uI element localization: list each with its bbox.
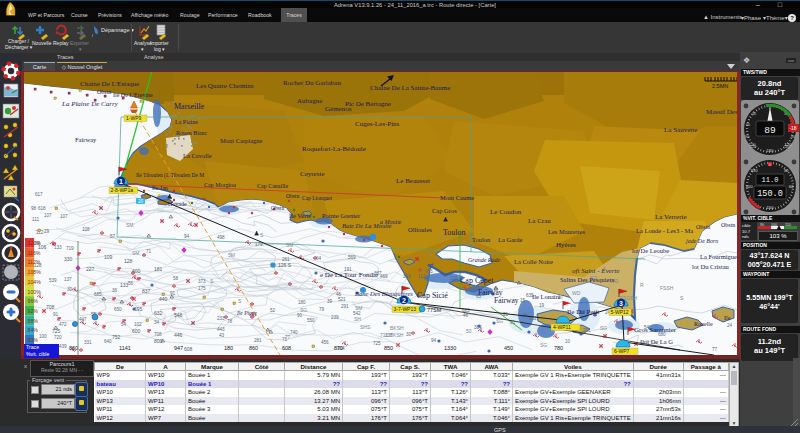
svg-text:jade De Born: jade De Born: [685, 238, 718, 244]
svg-text:108: 108: [82, 227, 90, 232]
svg-text:78: 78: [227, 319, 233, 324]
svg-text:19: 19: [539, 303, 545, 308]
svg-text:281: 281: [254, 338, 262, 343]
svg-text:850: 850: [384, 345, 393, 351]
svg-text:56: 56: [128, 281, 134, 286]
svg-text:2: 2: [402, 297, 406, 304]
svg-text:BKSH: BKSH: [390, 325, 404, 331]
svg-text:50: 50: [466, 328, 472, 334]
svg-text:Cap Canaille: Cap Canaille: [257, 183, 288, 189]
svg-text:Les Quatre Chemins: Les Quatre Chemins: [196, 82, 254, 90]
svg-text:36: 36: [112, 288, 118, 293]
svg-text:Ile Pigne: Ile Pigne: [236, 310, 258, 316]
svg-text:6-WP7: 6-WP7: [614, 348, 630, 354]
svg-text:708: 708: [154, 332, 162, 337]
svg-text:Cap Lionquet: Cap Lionquet: [302, 195, 333, 201]
svg-text:Cap Morgiou: Cap Morgiou: [204, 182, 236, 188]
svg-text:R: R: [640, 282, 644, 288]
svg-text:108%: 108%: [28, 269, 42, 275]
svg-text:1141: 1141: [119, 345, 131, 351]
svg-text:Toulon: Toulon: [443, 228, 466, 237]
svg-text:740: 740: [290, 330, 298, 335]
svg-text:150.0: 150.0: [757, 189, 783, 199]
svg-text:92%: 92%: [28, 308, 39, 314]
svg-text:Les Maurettes: Les Maurettes: [548, 228, 585, 235]
svg-text:133: 133: [120, 282, 129, 288]
svg-text:84%: 84%: [28, 327, 39, 333]
svg-text:720: 720: [54, 335, 62, 340]
svg-text:330: 330: [64, 256, 73, 262]
svg-text:60: 60: [746, 123, 750, 127]
svg-text:181: 181: [154, 266, 163, 272]
svg-text:608: 608: [184, 346, 193, 352]
svg-text:685: 685: [94, 292, 102, 297]
svg-text:90: 90: [297, 313, 303, 318]
svg-text:399: 399: [403, 274, 411, 279]
svg-text:Le Coudon: Le Coudon: [490, 208, 522, 216]
svg-text:600: 600: [132, 328, 141, 334]
svg-text:127: 127: [450, 276, 458, 281]
svg-text:Grande Rade: Grande Rade: [468, 257, 500, 263]
svg-text:SHS: SHS: [360, 324, 371, 330]
svg-text:Ile: Ile: [724, 315, 731, 321]
svg-text:498: 498: [217, 235, 225, 240]
svg-text:800: 800: [154, 338, 163, 344]
svg-text:Ile Lonaire: Ile Lonaire: [532, 293, 561, 300]
svg-text:860: 860: [249, 345, 258, 351]
svg-text:La Cavolle: La Cavolle: [183, 152, 212, 159]
svg-text:Obstn: Obstn: [721, 222, 735, 228]
svg-text:Obstn: Obstn: [696, 224, 710, 230]
svg-text:1-WP9: 1-WP9: [126, 115, 142, 121]
svg-text:291: 291: [341, 304, 349, 309]
svg-text:24: 24: [727, 323, 733, 328]
svg-text:725: 725: [52, 328, 61, 334]
svg-text:Ile Verte: Ile Verte: [289, 212, 311, 219]
svg-text:FSSH: FSSH: [660, 285, 674, 291]
svg-text:Ile Du Petit: Ile Du Petit: [567, 308, 599, 316]
svg-text:112: 112: [418, 274, 426, 279]
svg-text:90: 90: [791, 135, 795, 139]
svg-text:77: 77: [712, 347, 718, 352]
svg-text:456: 456: [321, 340, 329, 345]
svg-text:Aubagne: Aubagne: [297, 97, 322, 105]
svg-text:Cap Cépet: Cap Cépet: [460, 276, 494, 285]
svg-text:Chaine De L'Estaque: Chaine De L'Estaque: [80, 80, 139, 88]
svg-text:Salins Des Pesquiers: Salins Des Pesquiers: [560, 276, 615, 283]
svg-text:lot De Leoube: lot De Leoube: [632, 247, 669, 254]
svg-text:64: 64: [316, 256, 322, 261]
svg-text:650: 650: [114, 307, 122, 312]
svg-text:107: 107: [44, 213, 52, 218]
svg-text:Chaine De La Sainte-Baume: Chaine De La Sainte-Baume: [370, 84, 450, 92]
svg-text:71: 71: [146, 249, 152, 254]
svg-text:539: 539: [49, 278, 57, 283]
svg-text:SM: SM: [132, 250, 140, 256]
svg-text:120: 120: [785, 142, 793, 147]
svg-text:Hyères: Hyères: [556, 241, 576, 249]
svg-text:400: 400: [132, 268, 141, 274]
svg-text:Massif Des: Massif Des: [706, 108, 737, 116]
svg-text:a Moutte: a Moutte: [380, 219, 402, 225]
svg-text:SM: SM: [286, 242, 294, 248]
svg-text:373: 373: [198, 279, 206, 284]
svg-text:719: 719: [66, 246, 74, 251]
svg-text:39: 39: [327, 299, 333, 304]
svg-text:Mont Caume: Mont Caume: [440, 194, 474, 201]
svg-text:837: 837: [142, 288, 151, 294]
svg-text:439: 439: [59, 344, 67, 349]
svg-text:77SM: 77SM: [427, 307, 442, 313]
svg-text:SH: SH: [354, 316, 361, 322]
svg-text:1: 1: [119, 178, 123, 185]
svg-text:Cuges-Les-Pins: Cuges-Les-Pins: [355, 120, 400, 128]
svg-text:569: 569: [348, 255, 356, 260]
svg-text:Rouen Blanc: Rouen Blanc: [176, 130, 207, 136]
svg-text:30: 30: [67, 287, 73, 292]
svg-text:1330: 1330: [444, 345, 456, 351]
svg-text:Obstn: Obstn: [271, 205, 284, 211]
svg-text:La Plaine De Carry: La Plaine De Carry: [61, 100, 119, 108]
svg-text:126 S: 126 S: [278, 262, 292, 268]
svg-text:96%: 96%: [28, 298, 39, 304]
svg-text:oft Saint - Éverte: oft Saint - Éverte: [572, 267, 620, 275]
svg-text:98: 98: [31, 206, 37, 211]
svg-text:Rouelle: Rouelle: [694, 321, 713, 327]
svg-text:94: 94: [184, 234, 190, 239]
